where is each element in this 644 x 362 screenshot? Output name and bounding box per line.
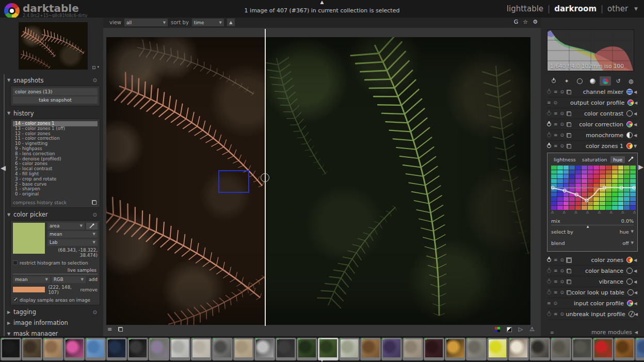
filmstrip-thumbnail[interactable] xyxy=(529,338,550,360)
filmstrip-thumbnail[interactable] xyxy=(233,338,254,360)
filmstrip-thumbnail[interactable] xyxy=(381,338,402,360)
edited-image[interactable] xyxy=(106,37,530,325)
module-expand-arrow[interactable]: ◀ xyxy=(633,122,638,127)
filmstrip-thumbnail[interactable] xyxy=(508,338,529,360)
image-information-header[interactable]: ▶ image information xyxy=(7,319,101,327)
color-sample-area[interactable] xyxy=(218,170,249,193)
module-reset-icon[interactable]: ⊙ xyxy=(554,301,558,306)
restrict-histogram-checkbox[interactable]: restrict histogram to selection xyxy=(13,260,98,266)
module-label[interactable]: output color profile xyxy=(570,100,627,106)
module-expand-arrow[interactable]: ◀ xyxy=(633,269,638,273)
view-item-other[interactable]: other xyxy=(607,4,628,13)
filmstrip-thumbnail[interactable] xyxy=(466,338,487,360)
filmstrip-thumbnail[interactable] xyxy=(403,338,423,360)
select-by-dropdown[interactable]: hue▼ xyxy=(620,229,634,235)
collapse-top-arrow[interactable]: ▲ xyxy=(316,0,328,5)
module-power-icon[interactable] xyxy=(547,258,551,262)
module-reset-icon[interactable]: ⊙ xyxy=(554,100,558,105)
module-expand-arrow[interactable]: ◀ xyxy=(633,90,638,94)
module-label[interactable]: input color profile xyxy=(574,300,627,307)
module-power-icon[interactable] xyxy=(547,269,551,273)
zoom-fit-icon[interactable]: ⊡ xyxy=(92,65,96,70)
module-expand-arrow[interactable]: ◀ xyxy=(634,290,638,295)
module-expand-arrow[interactable]: ◀ xyxy=(633,258,638,262)
history-header[interactable]: ▼ history xyxy=(7,109,101,117)
filmstrip-thumbnail[interactable] xyxy=(212,338,233,360)
reset-icon[interactable]: ⊙ xyxy=(93,212,97,218)
cz-tab-saturation[interactable]: saturation xyxy=(579,156,609,163)
module-reset-icon[interactable]: ⊙ xyxy=(560,122,565,127)
module-label[interactable]: color correction xyxy=(577,121,626,128)
module-instance-icon[interactable]: ≡ xyxy=(554,143,558,149)
module-label[interactable]: color balance xyxy=(577,268,626,274)
view-item-darkroom[interactable]: darkroom xyxy=(554,4,597,13)
picker-mode-dropdown[interactable]: area▼ xyxy=(47,223,85,229)
module-label[interactable]: monochrome xyxy=(577,132,626,139)
module-instance-icon[interactable]: ≡ xyxy=(554,268,558,273)
module-power-icon[interactable] xyxy=(547,133,551,137)
module-group-correction-icon[interactable]: ↺ xyxy=(613,76,624,86)
module-reset-icon[interactable]: ⊙ xyxy=(560,268,565,273)
sort-direction-button[interactable]: ▲ xyxy=(227,19,235,26)
filmstrip-thumbnail[interactable] xyxy=(149,338,169,360)
picker-space-dropdown[interactable]: Lab▼ xyxy=(47,239,98,246)
filmstrip-thumbnail[interactable] xyxy=(614,338,635,360)
grouping-icon[interactable]: G xyxy=(514,19,519,25)
module-presets-icon[interactable] xyxy=(567,269,571,273)
take-snapshot-button[interactable]: take snapshot xyxy=(13,96,98,104)
filmstrip-thumbnail[interactable] xyxy=(445,338,465,360)
filmstrip-thumbnail[interactable] xyxy=(487,338,508,360)
module-instance-icon[interactable]: ≡ xyxy=(554,311,558,317)
zoom-dropdown-icon[interactable]: ▾ xyxy=(98,65,100,70)
add-sample-button[interactable]: add xyxy=(89,277,98,282)
filmstrip-thumbnail[interactable] xyxy=(339,338,360,360)
presets-menu-icon[interactable]: ≡ xyxy=(107,326,112,333)
module-presets-icon[interactable] xyxy=(567,122,571,127)
color-picker-header[interactable]: ▼ color picker ⊙ xyxy=(7,211,101,219)
module-expand-arrow[interactable]: ◀ xyxy=(635,312,638,317)
snapshot-split-handle[interactable] xyxy=(261,173,269,182)
module-expand-arrow[interactable]: ◀ xyxy=(633,133,638,138)
gear-icon[interactable]: ⚙ xyxy=(533,19,538,25)
duplicate-history-icon[interactable] xyxy=(118,327,123,332)
filmstrip-thumbnail[interactable] xyxy=(276,338,296,360)
filmstrip-thumbnail[interactable] xyxy=(551,338,571,360)
module-reset-icon[interactable]: ⊙ xyxy=(560,290,565,295)
module-expand-arrow[interactable]: ◀ xyxy=(633,301,638,306)
left-panel-scrollbar[interactable] xyxy=(4,74,5,337)
module-instance-icon[interactable]: ≡ xyxy=(554,257,558,262)
module-presets-icon[interactable] xyxy=(567,133,571,138)
module-expand-arrow[interactable]: ▼ xyxy=(633,144,638,149)
filmstrip-thumbnail[interactable] xyxy=(127,338,148,360)
snapshot-item[interactable]: color zones (13) xyxy=(13,88,98,95)
module-instance-icon[interactable]: ≡ xyxy=(554,290,558,295)
module-reset-icon[interactable]: ⊙ xyxy=(560,257,565,262)
tagging-header[interactable]: ▶ tagging ⊙ xyxy=(7,308,101,316)
module-group-active-icon[interactable] xyxy=(548,76,559,86)
histogram[interactable]: 1/640 f/4.0 102mm iso 100 xyxy=(547,29,634,71)
history-item[interactable]: 0 - original xyxy=(13,192,98,197)
module-expand-arrow[interactable]: ◀ xyxy=(633,279,638,284)
collapse-left-arrow[interactable]: ◀ xyxy=(1,164,6,172)
view-item-lighttable[interactable]: lighttable xyxy=(507,4,543,13)
module-presets-icon[interactable] xyxy=(567,258,571,262)
module-power-icon[interactable] xyxy=(547,312,551,316)
module-instance-icon[interactable]: ≡ xyxy=(554,279,558,284)
module-group-effect-icon[interactable]: ◍ xyxy=(625,76,637,86)
module-label[interactable]: color zones xyxy=(577,257,626,264)
sample-color-chip[interactable] xyxy=(13,287,45,292)
picker-stat-dropdown[interactable]: mean▼ xyxy=(47,231,98,238)
module-reset-icon[interactable]: ⊙ xyxy=(560,311,565,317)
star-icon[interactable]: ☆ xyxy=(523,19,528,25)
filmstrip-thumbnail[interactable] xyxy=(424,338,444,360)
cz-tab-hue[interactable]: hue xyxy=(610,156,625,163)
filmstrip-thumbnail[interactable] xyxy=(22,338,42,360)
filmstrip-thumbnail[interactable] xyxy=(593,338,614,360)
module-presets-icon[interactable] xyxy=(567,90,571,94)
module-label[interactable]: color zones 1 xyxy=(577,143,626,150)
module-label[interactable]: color contrast xyxy=(577,110,626,117)
filmstrip-thumbnail[interactable] xyxy=(85,338,106,360)
module-instance-icon[interactable]: ≡ xyxy=(554,122,558,127)
sample-space-dropdown[interactable]: RGB▼ xyxy=(52,276,86,283)
module-presets-icon[interactable] xyxy=(567,111,571,116)
